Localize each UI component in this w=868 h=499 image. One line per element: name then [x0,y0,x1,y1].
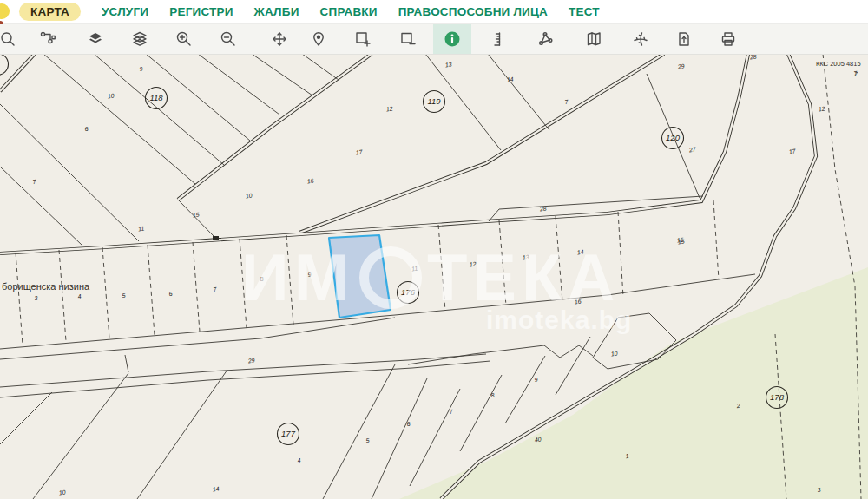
parcel-label: 12 [818,105,825,112]
info-tool-button[interactable] [433,24,471,54]
menu-item-uslugi[interactable]: УСЛУГИ [102,5,148,18]
layers-tool-button[interactable] [76,24,115,54]
pan-tool-button[interactable] [260,24,299,54]
parcel-label: 29 [247,357,255,364]
parcel-label: 12 [469,260,477,267]
parcel-label: 10 [58,489,66,496]
cadastral-number: 120 [666,133,681,142]
parcel-label: 10 [610,350,618,357]
search-icon [0,30,16,48]
map-toolbar [0,24,868,55]
export-tool-button[interactable] [665,24,703,54]
parcel-label: 13 [522,253,529,260]
parcel-label: 14 [506,76,514,82]
route-nodes-tool-button[interactable] [29,24,67,54]
main-menu-bar: КАРТА УСЛУГИ РЕГИСТРИ ЖАЛБИ СПРАВКИ ПРАВ… [0,0,868,24]
parcel-label: 13 [444,61,452,68]
parcel-label: 29 [676,62,685,69]
logo-icon [0,3,10,19]
print-tool-button[interactable] [709,24,747,54]
cadastral-number: 178 [770,392,785,402]
zoom-rect-in-icon [354,30,372,48]
pan-icon [271,30,288,48]
parcel-label: 12 [385,105,393,112]
export-icon [675,30,693,48]
coordinates-icon [632,30,649,48]
menu-item-registri[interactable]: РЕГИСТРИ [169,5,233,18]
map-sheet-icon [585,30,602,48]
parcel-label: 11 [411,265,418,272]
cadastral-number: 119 [427,96,441,106]
menu-item-spravki[interactable]: СПРАВКИ [320,5,378,18]
marker-tool-button[interactable] [299,24,338,54]
zoom-rect-in-tool-button[interactable] [344,24,382,54]
parcel-label: 15 [192,211,200,218]
zoom-rect-out-tool-button[interactable] [389,24,427,54]
zoom-out-tool-button[interactable] [209,24,247,54]
parcel-label: 10 [107,92,115,99]
cadastral-map[interactable]: 9106712171610131472829271217151115345678… [0,54,868,499]
parcel-label: 11 [137,225,144,232]
menu-item-karta[interactable]: КАРТА [19,3,81,21]
parcel-label: 14 [212,485,220,492]
layers-icon [87,30,104,48]
parcel-label: 16 [574,298,582,305]
marker-icon [310,30,327,48]
road-marker [213,236,219,240]
measure-tool-button[interactable] [477,24,516,54]
polygon-tool-button[interactable] [526,24,564,54]
cadastral-number: 118 [149,93,163,102]
map-sheet-tool-button[interactable] [575,24,613,54]
parcel-label: 14 [576,248,584,255]
region-name-label: борищенска низина [2,281,90,292]
parcel-label: 15 [677,238,685,245]
zoom-in-icon [175,30,193,48]
zoom-out-icon [220,30,237,48]
parcel-label: 28 [538,205,547,212]
parcel-label: 10 [245,192,253,199]
layer-stack-tool-button[interactable] [121,24,159,54]
crs-label: ККС 2005 4815 [816,60,861,68]
measure-icon [488,30,505,48]
cadastral-number: 176 [401,287,416,297]
polygon-icon [536,30,554,48]
zoom-in-tool-button[interactable] [165,24,203,54]
parcel-label: 28 [748,54,757,61]
menu-item-pravosposobni[interactable]: ПРАВОСПОСОБНИ ЛИЦА [398,5,548,18]
print-icon [720,30,737,48]
info-icon [443,30,462,49]
coordinates-tool-button[interactable] [621,24,660,54]
selected-parcel[interactable] [329,235,391,318]
menu-item-zhalbi[interactable]: ЖАЛБИ [254,5,299,18]
layer-stack-icon [131,30,148,48]
menu-item-test[interactable]: ТЕСТ [569,5,600,18]
parcel-label: 40 [534,436,542,443]
parcel-label: 16 [306,177,314,184]
route-nodes-icon [39,30,56,48]
search-tool-button[interactable] [0,24,27,54]
cadastral-number: 177 [281,429,296,438]
zoom-rect-out-icon [399,30,417,48]
